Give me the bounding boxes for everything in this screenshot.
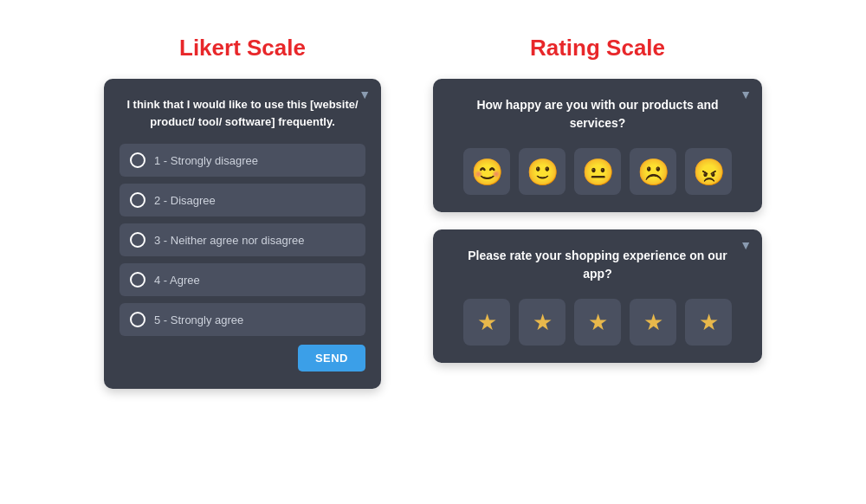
radio-circle-2 <box>130 192 145 208</box>
likert-option-1-label: 1 - Strongly disagree <box>154 154 258 167</box>
star-button-1[interactable]: ★ <box>463 299 510 346</box>
likert-option-4[interactable]: 4 - Agree <box>120 263 365 296</box>
likert-option-3-label: 3 - Neither agree nor disagree <box>154 234 304 247</box>
likert-option-4-label: 4 - Agree <box>154 274 200 287</box>
main-container: Likert Scale ▼ I think that I would like… <box>17 35 849 389</box>
emoji-row: 😊 🙂 😐 ☹️ 😠 <box>454 148 741 195</box>
emoji-button-happy[interactable]: 🙂 <box>519 148 565 195</box>
likert-option-2-label: 2 - Disagree <box>154 194 216 207</box>
star-question: Please rate your shopping experience on … <box>454 247 741 283</box>
star-button-2[interactable]: ★ <box>519 299 565 346</box>
emoji-button-very-happy[interactable]: 😊 <box>463 148 510 195</box>
emoji-question: How happy are you with our products and … <box>454 96 741 132</box>
likert-section: Likert Scale ▼ I think that I would like… <box>104 35 381 389</box>
rating-section: Rating Scale ▼ How happy are you with ou… <box>433 35 762 389</box>
likert-card: ▼ I think that I would like to use this … <box>104 79 381 389</box>
emoji-button-neutral[interactable]: 😐 <box>574 148 621 195</box>
send-btn-container: SEND <box>120 345 365 372</box>
likert-option-3[interactable]: 3 - Neither agree nor disagree <box>120 223 365 256</box>
emoji-button-sad[interactable]: ☹️ <box>630 148 676 195</box>
star-card: ▼ Please rate your shopping experience o… <box>433 229 762 363</box>
emoji-card-chevron-icon: ▼ <box>740 87 752 101</box>
emoji-button-very-sad[interactable]: 😠 <box>685 148 732 195</box>
send-button[interactable]: SEND <box>298 345 365 372</box>
likert-question: I think that I would like to use this [w… <box>120 96 365 130</box>
radio-circle-3 <box>130 232 145 248</box>
likert-option-1[interactable]: 1 - Strongly disagree <box>120 144 365 177</box>
radio-circle-1 <box>130 152 145 168</box>
likert-option-5-label: 5 - Strongly agree <box>154 313 243 326</box>
likert-option-2[interactable]: 2 - Disagree <box>120 184 365 216</box>
star-button-3[interactable]: ★ <box>574 299 621 346</box>
radio-circle-4 <box>130 272 145 288</box>
likert-chevron-icon: ▼ <box>359 87 371 101</box>
likert-title: Likert Scale <box>179 35 306 61</box>
radio-circle-5 <box>130 312 145 327</box>
star-button-4[interactable]: ★ <box>630 299 676 346</box>
likert-option-5[interactable]: 5 - Strongly agree <box>120 303 365 336</box>
rating-title: Rating Scale <box>530 35 665 61</box>
emoji-card: ▼ How happy are you with our products an… <box>433 79 762 212</box>
star-row: ★ ★ ★ ★ ★ <box>454 299 741 346</box>
star-card-chevron-icon: ▼ <box>740 238 752 252</box>
star-button-5[interactable]: ★ <box>685 299 732 346</box>
